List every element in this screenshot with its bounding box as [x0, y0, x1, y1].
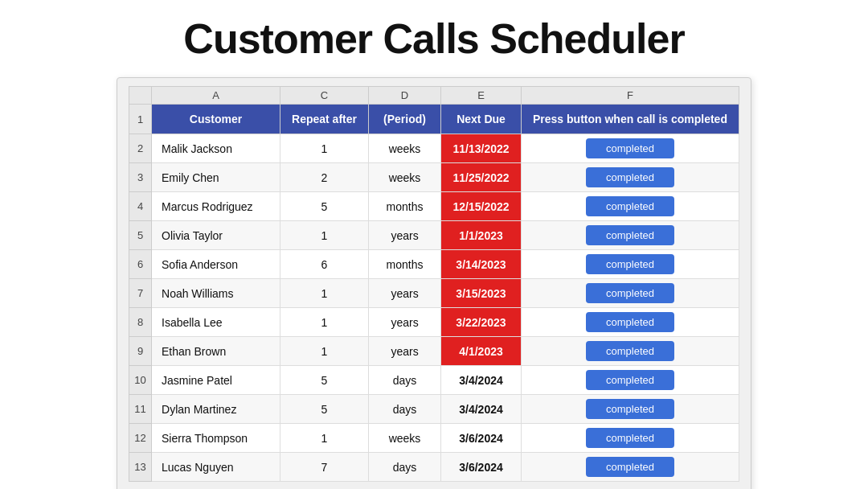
cell-customer-name: Jasmine Patel	[152, 366, 280, 395]
page-title: Customer Calls Scheduler	[183, 14, 684, 63]
cell-customer-name: Sierra Thompson	[152, 424, 280, 453]
cell-completed[interactable]: completed	[522, 424, 739, 453]
cell-period: weeks	[369, 424, 441, 453]
col-header-nextdue: Next Due	[441, 105, 522, 134]
cell-period: weeks	[369, 163, 441, 192]
table-row: 5Olivia Taylor1years1/1/2023completed	[129, 221, 739, 250]
completed-button[interactable]: completed	[586, 254, 674, 274]
table-row: 10Jasmine Patel5days3/4/2024completed	[129, 366, 739, 395]
col-header-customer: Customer	[152, 105, 280, 134]
col-letter-row: A C D E F	[129, 87, 739, 105]
row-number: 7	[129, 279, 152, 308]
col-letter-c: C	[280, 87, 369, 105]
col-letter-d: D	[369, 87, 441, 105]
cell-completed[interactable]: completed	[522, 337, 739, 366]
spreadsheet: A C D E F 1 Customer Repeat after (Perio…	[117, 77, 751, 489]
cell-period: days	[369, 453, 441, 482]
row-number: 6	[129, 250, 152, 279]
data-table: A C D E F 1 Customer Repeat after (Perio…	[129, 86, 739, 482]
cell-due-date: 12/15/2022	[441, 192, 522, 221]
table-row: 2Malik Jackson1weeks11/13/2022completed	[129, 134, 739, 163]
cell-completed[interactable]: completed	[522, 250, 739, 279]
cell-repeat: 1	[280, 134, 369, 163]
header-row: 1 Customer Repeat after (Period) Next Du…	[129, 105, 739, 134]
row-number: 3	[129, 163, 152, 192]
cell-completed[interactable]: completed	[522, 366, 739, 395]
col-letter-rownum	[129, 87, 152, 105]
cell-completed[interactable]: completed	[522, 134, 739, 163]
row-number: 9	[129, 337, 152, 366]
table-row: 9Ethan Brown1years4/1/2023completed	[129, 337, 739, 366]
cell-due-date: 1/1/2023	[441, 221, 522, 250]
col-header-press: Press button when call is completed	[522, 105, 739, 134]
cell-period: days	[369, 366, 441, 395]
cell-customer-name: Ethan Brown	[152, 337, 280, 366]
cell-completed[interactable]: completed	[522, 192, 739, 221]
cell-completed[interactable]: completed	[522, 395, 739, 424]
row-number: 10	[129, 366, 152, 395]
table-row: 8Isabella Lee1years3/22/2023completed	[129, 308, 739, 337]
table-row: 12Sierra Thompson1weeks3/6/2024completed	[129, 424, 739, 453]
cell-customer-name: Lucas Nguyen	[152, 453, 280, 482]
cell-due-date: 3/15/2023	[441, 279, 522, 308]
completed-button[interactable]: completed	[586, 196, 674, 216]
cell-repeat: 7	[280, 453, 369, 482]
cell-due-date: 3/6/2024	[441, 424, 522, 453]
cell-customer-name: Olivia Taylor	[152, 221, 280, 250]
completed-button[interactable]: completed	[586, 312, 674, 332]
row-number: 2	[129, 134, 152, 163]
cell-period: years	[369, 337, 441, 366]
cell-completed[interactable]: completed	[522, 221, 739, 250]
cell-customer-name: Emily Chen	[152, 163, 280, 192]
cell-period: days	[369, 395, 441, 424]
col-letter-f: F	[522, 87, 739, 105]
cell-repeat: 1	[280, 279, 369, 308]
header-rownum: 1	[129, 105, 152, 134]
cell-due-date: 3/6/2024	[441, 453, 522, 482]
row-number: 8	[129, 308, 152, 337]
cell-due-date: 11/13/2022	[441, 134, 522, 163]
table-body: 2Malik Jackson1weeks11/13/2022completed3…	[129, 134, 739, 482]
col-letter-a: A	[152, 87, 280, 105]
completed-button[interactable]: completed	[586, 370, 674, 390]
completed-button[interactable]: completed	[586, 138, 674, 158]
completed-button[interactable]: completed	[586, 428, 674, 448]
cell-due-date: 11/25/2022	[441, 163, 522, 192]
cell-period: years	[369, 308, 441, 337]
col-header-repeat: Repeat after	[280, 105, 369, 134]
cell-repeat: 1	[280, 424, 369, 453]
cell-repeat: 1	[280, 221, 369, 250]
cell-customer-name: Malik Jackson	[152, 134, 280, 163]
cell-completed[interactable]: completed	[522, 163, 739, 192]
completed-button[interactable]: completed	[586, 457, 674, 477]
cell-completed[interactable]: completed	[522, 279, 739, 308]
cell-repeat: 5	[280, 366, 369, 395]
cell-due-date: 4/1/2023	[441, 337, 522, 366]
cell-due-date: 3/4/2024	[441, 366, 522, 395]
completed-button[interactable]: completed	[586, 225, 674, 245]
completed-button[interactable]: completed	[586, 167, 674, 187]
cell-period: weeks	[369, 134, 441, 163]
table-row: 4Marcus Rodriguez5months12/15/2022comple…	[129, 192, 739, 221]
cell-customer-name: Marcus Rodriguez	[152, 192, 280, 221]
completed-button[interactable]: completed	[586, 283, 674, 303]
cell-customer-name: Dylan Martinez	[152, 395, 280, 424]
cell-completed[interactable]: completed	[522, 453, 739, 482]
table-row: 3Emily Chen2weeks11/25/2022completed	[129, 163, 739, 192]
completed-button[interactable]: completed	[586, 399, 674, 419]
row-number: 12	[129, 424, 152, 453]
col-letter-e: E	[441, 87, 522, 105]
row-number: 5	[129, 221, 152, 250]
cell-period: months	[369, 250, 441, 279]
cell-repeat: 5	[280, 192, 369, 221]
completed-button[interactable]: completed	[586, 341, 674, 361]
cell-customer-name: Isabella Lee	[152, 308, 280, 337]
cell-repeat: 5	[280, 395, 369, 424]
table-row: 11Dylan Martinez5days3/4/2024completed	[129, 395, 739, 424]
cell-completed[interactable]: completed	[522, 308, 739, 337]
cell-repeat: 1	[280, 337, 369, 366]
row-number: 11	[129, 395, 152, 424]
col-header-period: (Period)	[369, 105, 441, 134]
cell-due-date: 3/4/2024	[441, 395, 522, 424]
cell-due-date: 3/14/2023	[441, 250, 522, 279]
